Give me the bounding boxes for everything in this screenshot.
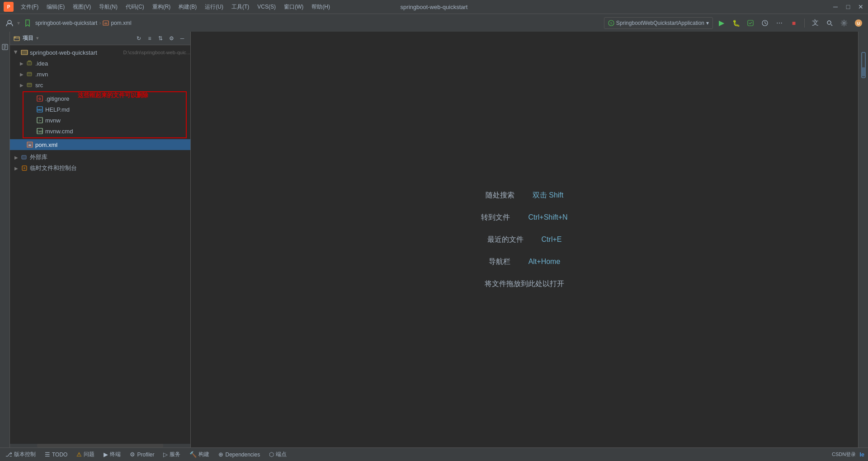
svg-text:MD: MD: [38, 108, 42, 111]
services-label: 服务: [170, 451, 180, 458]
hint-recent-files: 最近的文件 Ctrl+E: [487, 235, 562, 245]
tree-item-pomxml[interactable]: m pom.xml: [10, 139, 190, 150]
hint-navbar-label: 导航栏: [489, 257, 510, 267]
user-avatar[interactable]: U: [853, 17, 864, 29]
todo-label: TODO: [52, 452, 67, 458]
svg-rect-20: [21, 50, 28, 55]
left-tool-strip: [0, 32, 10, 447]
statusbar-problems[interactable]: ⚠ 问题: [75, 450, 96, 459]
statusbar-todo[interactable]: ☰ TODO: [43, 450, 69, 459]
restore-button[interactable]: □: [844, 3, 852, 10]
svg-rect-39: [22, 155, 26, 159]
profile-button[interactable]: [759, 17, 771, 29]
ie-icon[interactable]: Ie: [859, 451, 864, 458]
breadcrumb-file[interactable]: pom.xml: [111, 20, 131, 26]
hint-recent-label: 最近的文件: [487, 235, 524, 245]
pomxml-label: pom.xml: [35, 141, 190, 148]
hint-drag-label: 将文件拖放到此处以打开: [485, 279, 564, 289]
titlebar: P 文件(F) 编辑(E) 视图(V) 导航(N) 代码(C) 重构(R) 构建…: [0, 0, 868, 14]
minimize-panel-button[interactable]: ─: [178, 34, 187, 43]
root-arrow: ▶: [14, 50, 19, 55]
settings-icon[interactable]: [838, 17, 850, 29]
menu-window[interactable]: 窗口(W): [280, 2, 307, 12]
menu-help[interactable]: 帮助(H): [308, 2, 334, 12]
breadcrumb-project[interactable]: springboot-web-quickstart: [35, 20, 97, 26]
search-everywhere-icon[interactable]: [824, 17, 835, 29]
tree-item-mvnw[interactable]: > mvnw: [24, 115, 186, 126]
run-configuration[interactable]: S SpringbootWebQuickstartApplication ▾: [604, 17, 713, 29]
refresh-button[interactable]: ↻: [134, 34, 143, 43]
account-icon[interactable]: [4, 17, 15, 29]
menu-navigate[interactable]: 导航(N): [95, 2, 121, 12]
close-button[interactable]: ✕: [857, 3, 864, 10]
statusbar-services[interactable]: ▷ 服务: [161, 450, 182, 459]
tree-root[interactable]: ▶ springboot-web-quickstart D:\csdn\spri…: [10, 47, 190, 58]
statusbar-endpoints[interactable]: ⬡ 端点: [267, 450, 288, 459]
menu-code[interactable]: 代码(C): [122, 2, 148, 12]
hint-goto-label: 转到文件: [481, 213, 510, 222]
tree-item-src[interactable]: ▶ src: [10, 80, 190, 90]
pomxml-icon: m: [26, 141, 33, 148]
tree-item-idea[interactable]: ▶ .idea: [10, 58, 190, 69]
svg-text:m: m: [104, 22, 107, 25]
more-run-options[interactable]: ⋯: [774, 17, 785, 29]
panel-dropdown[interactable]: ▾: [36, 35, 39, 41]
gitignore-icon: G: [36, 95, 43, 102]
svg-text:S: S: [610, 22, 612, 25]
translate-icon[interactable]: 文: [809, 17, 821, 29]
right-strip-notifications[interactable]: [859, 50, 868, 80]
tree-item-external-libs[interactable]: ▶ 外部库: [10, 152, 190, 163]
statusbar-vcs[interactable]: ⎇ 版本控制: [4, 450, 38, 459]
statusbar-dependencies[interactable]: ⊕ Dependencies: [217, 450, 262, 459]
debug-button[interactable]: 🐛: [730, 17, 742, 29]
menu-run[interactable]: 运行(U): [201, 2, 227, 12]
profiler-label: Profiler: [137, 452, 154, 458]
project-panel-header: 项目 ▾ ↻ ≡ ⇅ ⚙ ─: [10, 32, 190, 45]
mvn-icon: [26, 71, 33, 78]
minimize-button[interactable]: ─: [832, 3, 839, 10]
menu-file[interactable]: 文件(F): [17, 2, 42, 12]
hint-search: 随处搜索 双击 Shift: [486, 191, 563, 200]
breadcrumb: springboot-web-quickstart › m pom.xml: [35, 20, 132, 26]
svg-text:G: G: [38, 97, 41, 100]
tree-item-mvn[interactable]: ▶ .mvn: [10, 69, 190, 80]
toolbar-right: S SpringbootWebQuickstartApplication ▾ ▶…: [604, 17, 864, 29]
toolbar: ▾ springboot-web-quickstart › m pom.xml …: [0, 14, 868, 32]
tree-item-mvnwcmd[interactable]: CMD mvnw.cmd: [24, 126, 186, 136]
temp-arrow: ▶: [14, 165, 19, 171]
collapse-all-button[interactable]: ≡: [145, 34, 154, 43]
menu-edit[interactable]: 编辑(E): [43, 2, 68, 12]
bookmark-icon[interactable]: [22, 17, 33, 29]
statusbar-terminal[interactable]: ▶ 终端: [102, 450, 123, 459]
svg-line-10: [831, 24, 832, 26]
menu-refactor[interactable]: 重构(R): [149, 2, 175, 12]
sort-button[interactable]: ⇅: [156, 34, 165, 43]
run-button[interactable]: ▶: [716, 17, 727, 29]
menu-build[interactable]: 构建(B): [175, 2, 200, 12]
statusbar-profiler[interactable]: ⚙ Profiler: [128, 450, 156, 459]
idea-icon: [26, 60, 33, 67]
idea-arrow: ▶: [19, 61, 24, 66]
temp-label: 临时文件和控制台: [30, 164, 190, 172]
menu-vcs[interactable]: VCS(S): [254, 2, 279, 11]
extlibs-icon: [21, 154, 28, 161]
left-strip-icon-1[interactable]: [0, 42, 9, 52]
hint-navbar: 导航栏 Alt+Home: [489, 257, 561, 267]
helpmd-label: HELP.md: [45, 106, 186, 113]
statusbar-build[interactable]: 🔨 构建: [188, 450, 211, 459]
problems-label: 问题: [84, 451, 94, 458]
tree-item-temp[interactable]: ▶ 临时文件和控制台: [10, 163, 190, 174]
svg-rect-26: [27, 83, 32, 87]
temp-icon: [21, 165, 28, 172]
tree-item-helpmd[interactable]: MD HELP.md: [24, 104, 186, 115]
menu-view[interactable]: 视图(V): [69, 2, 94, 12]
hint-search-key: 双击 Shift: [533, 191, 563, 200]
coverage-button[interactable]: [745, 17, 756, 29]
stop-button[interactable]: ■: [788, 17, 800, 29]
src-label: src: [35, 82, 190, 89]
menu-tools[interactable]: 工具(T): [228, 2, 253, 12]
panel-settings-button[interactable]: ⚙: [167, 34, 176, 43]
mvnw-icon: >: [36, 117, 43, 124]
idea-label: .idea: [35, 60, 190, 67]
csdn-text[interactable]: CSDN登录: [832, 451, 856, 458]
